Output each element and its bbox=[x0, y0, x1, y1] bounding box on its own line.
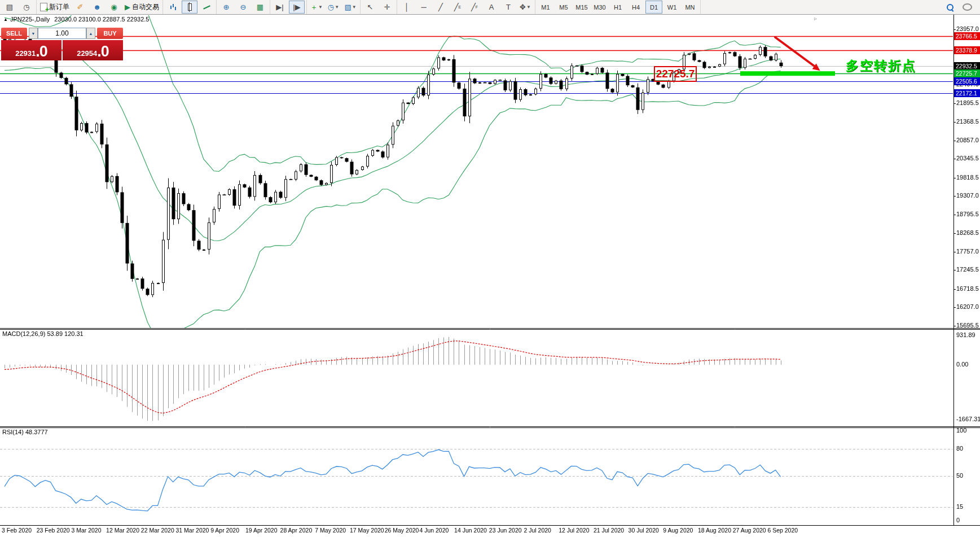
search-button[interactable] bbox=[942, 1, 958, 14]
toolbar-group: ＋▼◷▼▧▼ bbox=[307, 0, 361, 14]
toolbar-right bbox=[942, 1, 980, 14]
market-watch-icon: ▤ bbox=[6, 3, 13, 11]
toolbar-group: 新订单✐☻◉▶自动交易 bbox=[37, 0, 163, 14]
tile-windows-icon: ▦ bbox=[257, 3, 263, 11]
price-axis-tick: 18268.5 bbox=[956, 229, 979, 236]
chat-button[interactable] bbox=[959, 1, 975, 14]
data-window-button[interactable]: ◷ bbox=[19, 1, 34, 14]
tile-windows-button[interactable]: ▦ bbox=[252, 1, 268, 14]
fibonacci-button[interactable]: ╱F bbox=[467, 1, 482, 14]
timeframe-d1-button[interactable]: D1 bbox=[645, 1, 662, 14]
bar-chart-button[interactable] bbox=[165, 1, 181, 14]
one-click-trade-panel: SELL ▼ 1.00 ▲ BUY 22931.0 22954.0 bbox=[1, 28, 123, 60]
indicators-add-button[interactable]: ＋▼ bbox=[309, 1, 324, 14]
one-click-toggle-icon[interactable]: ▲ bbox=[3, 17, 8, 22]
trendline-icon: ╱ bbox=[438, 3, 443, 11]
line-chart-button[interactable] bbox=[199, 1, 214, 14]
turning-point-text-annotation[interactable]: 多空转折点 bbox=[846, 57, 916, 75]
new-order-icon bbox=[40, 3, 47, 11]
autotrade-button[interactable]: ▶自动交易 bbox=[123, 1, 161, 14]
price-axis-tick: 20857.0 bbox=[956, 137, 979, 143]
rsi-label: RSI(14) 48.3777 bbox=[2, 429, 48, 435]
timeframe-m5-button[interactable]: M5 bbox=[555, 1, 572, 14]
date-axis-label: 3 Feb 2020 bbox=[2, 527, 32, 534]
buy-price[interactable]: 22954.0 bbox=[63, 40, 123, 60]
trendline-button[interactable]: ╱ bbox=[433, 1, 449, 14]
styler-button[interactable]: ✐ bbox=[72, 1, 88, 14]
trade-panel-prices: 22931.0 22954.0 bbox=[1, 40, 123, 60]
zoom-out-button[interactable]: ⊖ bbox=[235, 1, 251, 14]
volume-control: ▼ 1.00 ▲ bbox=[29, 28, 95, 39]
signal-icon: ◉ bbox=[111, 3, 117, 11]
date-axis-label: 31 Mar 2020 bbox=[176, 527, 209, 534]
volume-decrease-button[interactable]: ▼ bbox=[29, 28, 38, 39]
date-axis-label: 14 Jun 2020 bbox=[454, 527, 487, 534]
trading-terminal-window: ▤◷新订单✐☻◉▶自动交易⊕⊖▦▶||▶＋▼◷▼▧▼↖✛│─╱╱E╱FAT✥▼M… bbox=[0, 0, 980, 537]
chart-shift-icon: |▶ bbox=[293, 3, 300, 11]
date-axis-label: 18 Aug 2020 bbox=[698, 527, 731, 534]
sell-button[interactable]: SELL bbox=[1, 28, 27, 39]
market-watch-button[interactable]: ▤ bbox=[2, 1, 17, 14]
toolbar-group: ▤◷ bbox=[0, 0, 37, 14]
timeframe-m15-button[interactable]: M15 bbox=[573, 1, 590, 14]
profile-button[interactable]: ☻ bbox=[89, 1, 105, 14]
price-axis-badge: 22505.6 bbox=[954, 77, 980, 85]
symbol-period-label: JPN225-,Daily bbox=[10, 16, 50, 23]
date-axis-label: 17 May 2020 bbox=[350, 527, 384, 534]
price-axis-tick: 17757.0 bbox=[956, 248, 979, 255]
timeframe-h1-button[interactable]: H1 bbox=[609, 1, 626, 14]
price-axis-tick: 15695.5 bbox=[956, 322, 979, 329]
sell-price[interactable]: 22931.0 bbox=[1, 40, 61, 60]
zoom-in-button[interactable]: ⊕ bbox=[218, 1, 234, 14]
timeframe-w1-button[interactable]: W1 bbox=[663, 1, 680, 14]
profile-icon: ☻ bbox=[93, 3, 101, 11]
timeframe-m30-button[interactable]: M30 bbox=[591, 1, 608, 14]
volume-input[interactable]: 1.00 bbox=[38, 28, 86, 39]
date-axis-label: 2 Jul 2020 bbox=[524, 527, 551, 534]
equidistant-channel-button[interactable]: ╱E bbox=[450, 1, 465, 14]
indicators-add-icon: ＋ bbox=[310, 2, 318, 12]
chart-canvas[interactable] bbox=[0, 0, 980, 537]
price-level-annotation-box[interactable]: 22725.7 bbox=[654, 66, 697, 82]
chart-header: ▲ JPN225-,Daily 23030.0 23100.0 22887.5 … bbox=[3, 16, 149, 23]
text-button[interactable]: A bbox=[484, 1, 499, 14]
template-select-button[interactable]: ▧▼ bbox=[342, 1, 358, 14]
chart-shift-marker-icon[interactable]: ▹ bbox=[814, 15, 817, 21]
price-axis-tick: 21368.5 bbox=[956, 118, 979, 125]
chart-shift-button[interactable]: |▶ bbox=[289, 1, 305, 14]
macd-axis-min: -1667.31 bbox=[956, 416, 980, 422]
buy-price-big: .0 bbox=[97, 44, 109, 59]
candlestick-chart-icon bbox=[188, 3, 192, 11]
shapes-icon: ✥ bbox=[520, 3, 526, 11]
date-axis-label: 23 Feb 2020 bbox=[37, 527, 70, 534]
timeframe-mn-button[interactable]: MN bbox=[682, 1, 698, 14]
template-select-icon: ▧ bbox=[344, 3, 351, 11]
shapes-button[interactable]: ✥▼ bbox=[517, 1, 533, 14]
date-axis-label: 12 Jul 2020 bbox=[559, 527, 589, 534]
crosshair-button[interactable]: ✛ bbox=[379, 1, 395, 14]
timeframe-h4-button[interactable]: H4 bbox=[627, 1, 644, 14]
volume-increase-button[interactable]: ▲ bbox=[86, 28, 95, 39]
text-label-icon: T bbox=[506, 3, 511, 11]
signal-button[interactable]: ◉ bbox=[106, 1, 122, 14]
buy-button[interactable]: BUY bbox=[97, 28, 123, 39]
zoom-out-icon: ⊖ bbox=[240, 3, 247, 11]
date-axis-label: 30 Jul 2020 bbox=[629, 527, 659, 534]
toolbar-group bbox=[163, 0, 217, 14]
cursor-button[interactable]: ↖ bbox=[362, 1, 378, 14]
new-order-button[interactable]: 新订单 bbox=[38, 1, 71, 14]
candlestick-chart-button[interactable] bbox=[182, 1, 197, 14]
period-select-button[interactable]: ◷▼ bbox=[326, 1, 341, 14]
horizontal-line-icon: ─ bbox=[421, 3, 426, 11]
timeframe-m1-button[interactable]: M1 bbox=[537, 1, 554, 14]
price-axis-badge: 22932.5 bbox=[954, 62, 980, 70]
price-axis-badge: 23378.9 bbox=[954, 46, 980, 54]
auto-scroll-button[interactable]: ▶| bbox=[272, 1, 288, 14]
date-axis-label: 19 Apr 2020 bbox=[245, 527, 278, 534]
new-order-label: 新订单 bbox=[49, 2, 69, 12]
vertical-line-button[interactable]: │ bbox=[399, 1, 415, 14]
text-label-button[interactable]: T bbox=[500, 1, 516, 14]
price-axis-tick: 18795.5 bbox=[956, 211, 979, 217]
template-select-caret-icon: ▼ bbox=[352, 5, 357, 10]
horizontal-line-button[interactable]: ─ bbox=[416, 1, 432, 14]
